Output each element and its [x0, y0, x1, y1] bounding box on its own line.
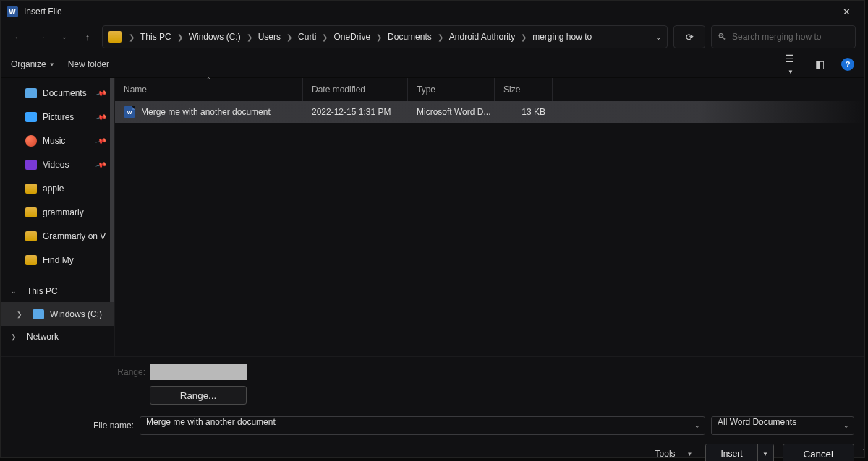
- forward-button[interactable]: →: [33, 32, 50, 43]
- filetype-value: All Word Documents: [718, 417, 796, 427]
- dialog-body: Documents 📌 Pictures 📌 Music 📌 Videos 📌: [1, 77, 864, 356]
- help-button[interactable]: ?: [841, 58, 854, 71]
- column-headers: ⌃ Name Date modified Type Size: [115, 78, 864, 101]
- refresh-icon: ⟳: [686, 32, 694, 43]
- insert-split-button[interactable]: Insert ▼: [705, 444, 773, 461]
- sidebar-item-label: Music: [43, 136, 65, 146]
- cancel-label: Cancel: [804, 449, 834, 460]
- chevron-down-icon: ⌄: [11, 288, 18, 295]
- breadcrumb-item[interactable]: Curti: [297, 32, 318, 42]
- filename-value: Merge me with another document: [146, 417, 276, 427]
- sidebar-item-videos[interactable]: Videos 📌: [1, 152, 114, 176]
- resize-grip[interactable]: ⋰: [858, 449, 863, 456]
- new-folder-button[interactable]: New folder: [68, 59, 109, 69]
- range-label: Range:: [109, 367, 145, 377]
- sidebar-item-label: Find My: [43, 255, 74, 265]
- tools-menu[interactable]: Tools: [655, 449, 676, 459]
- sidebar-item-label: Documents: [43, 88, 87, 98]
- column-header-size[interactable]: Size: [495, 78, 553, 101]
- breadcrumb-item[interactable]: Users: [257, 32, 282, 42]
- chevron-right-icon: ❯: [375, 33, 383, 41]
- column-header-name[interactable]: ⌃ Name: [115, 78, 303, 101]
- sidebar-group-network[interactable]: ❯ Network: [1, 326, 114, 348]
- sidebar-group-label: Network: [27, 332, 59, 342]
- file-name: Merge me with another document: [141, 107, 271, 117]
- search-placeholder: Search merging how to: [732, 32, 821, 42]
- column-header-type[interactable]: Type: [408, 78, 495, 101]
- sidebar-item-music[interactable]: Music 📌: [1, 129, 114, 152]
- sidebar-group-label: This PC: [27, 286, 58, 296]
- folder-icon: [25, 231, 37, 241]
- pin-icon: 📌: [95, 87, 107, 99]
- breadcrumb-item[interactable]: This PC: [139, 32, 173, 42]
- chevron-right-icon: ❯: [17, 311, 22, 318]
- nav-row: ← → ⌄ ↑ ❯ This PC ❯ Windows (C:) ❯ Users…: [1, 22, 864, 51]
- up-button[interactable]: ↑: [79, 32, 96, 43]
- chevron-right-icon: ❯: [11, 333, 18, 340]
- chevron-right-icon: ❯: [245, 33, 254, 41]
- dropdown-icon[interactable]: ⌄: [843, 422, 849, 429]
- chevron-right-icon: ❯: [127, 33, 136, 41]
- sidebar-item-label: Videos: [43, 160, 69, 170]
- breadcrumb-item[interactable]: OneDrive: [332, 32, 372, 42]
- folder-icon: [25, 255, 37, 265]
- file-row[interactable]: W Merge me with another document 2022-12…: [115, 101, 864, 123]
- breadcrumb-item[interactable]: Documents: [386, 32, 433, 42]
- column-label: Name: [124, 85, 147, 95]
- breadcrumb-item[interactable]: merging how to: [531, 32, 593, 42]
- sidebar-group-this-pc[interactable]: ⌄ This PC: [1, 280, 114, 302]
- filename-input[interactable]: Merge me with another document ⌄: [140, 416, 705, 435]
- refresh-button[interactable]: ⟳: [673, 25, 705, 48]
- breadcrumb-item[interactable]: Windows (C:): [187, 32, 242, 42]
- search-icon: 🔍︎: [718, 32, 726, 42]
- address-dropdown[interactable]: ⌄: [655, 33, 661, 41]
- dialog-footer: Range: Range... File name: Merge me with…: [1, 356, 864, 457]
- sidebar-item-folder[interactable]: grammarly: [1, 200, 114, 224]
- range-input[interactable]: [150, 364, 247, 380]
- pin-icon: 📌: [95, 159, 107, 171]
- pin-icon: 📌: [95, 135, 107, 147]
- sidebar-item-folder[interactable]: apple: [1, 176, 114, 200]
- organize-label: Organize: [11, 59, 46, 69]
- organize-menu[interactable]: Organize ▼: [11, 59, 55, 69]
- sidebar-item-documents[interactable]: Documents 📌: [1, 81, 114, 105]
- insert-dropdown[interactable]: ▼: [757, 444, 773, 461]
- list-view-icon: ☰: [785, 53, 794, 64]
- preview-pane-button[interactable]: ◧: [811, 59, 828, 70]
- word-app-icon: W: [7, 6, 18, 17]
- view-options-button[interactable]: ☰ ▼: [780, 53, 798, 76]
- window-title: Insert File: [24, 7, 834, 17]
- address-bar[interactable]: ❯ This PC ❯ Windows (C:) ❯ Users ❯ Curti…: [102, 25, 668, 48]
- back-button[interactable]: ←: [9, 32, 27, 43]
- filetype-select[interactable]: All Word Documents ⌄: [711, 416, 854, 435]
- chevron-right-icon: ❯: [519, 33, 528, 41]
- insert-file-dialog: W Insert File ✕ ← → ⌄ ↑ ❯ This PC ❯ Wind…: [0, 0, 865, 458]
- range-button[interactable]: Range...: [150, 386, 247, 405]
- sidebar-item-folder[interactable]: Find My: [1, 248, 114, 272]
- dropdown-icon[interactable]: ⌄: [694, 422, 700, 429]
- search-box[interactable]: 🔍︎ Search merging how to: [711, 25, 856, 48]
- caret-down-icon: ▼: [687, 451, 693, 457]
- preview-pane-icon: ◧: [815, 59, 825, 70]
- sidebar-item-label: Grammarly on V: [43, 231, 106, 241]
- range-button-label: Range...: [180, 390, 216, 401]
- breadcrumb-item[interactable]: Android Authority: [448, 32, 516, 42]
- disk-icon: [33, 309, 44, 319]
- sidebar-item-drive[interactable]: ❯ Windows (C:): [1, 302, 114, 326]
- sidebar-item-pictures[interactable]: Pictures 📌: [1, 105, 114, 129]
- toolbar: Organize ▼ New folder ☰ ▼ ◧ ?: [1, 51, 864, 77]
- column-header-date[interactable]: Date modified: [303, 78, 408, 101]
- sidebar-item-folder[interactable]: Grammarly on V: [1, 224, 114, 248]
- insert-button[interactable]: Insert: [706, 444, 757, 461]
- cancel-button[interactable]: Cancel: [783, 444, 855, 461]
- new-folder-label: New folder: [68, 59, 109, 69]
- close-button[interactable]: ✕: [834, 7, 859, 17]
- folder-icon: [25, 207, 37, 217]
- sidebar: Documents 📌 Pictures 📌 Music 📌 Videos 📌: [1, 78, 115, 356]
- file-size: 13 KB: [495, 107, 553, 117]
- sidebar-item-label: grammarly: [43, 207, 84, 217]
- file-type: Microsoft Word D...: [408, 107, 495, 117]
- recent-dropdown[interactable]: ⌄: [56, 33, 73, 40]
- sort-ascending-icon: ⌃: [206, 77, 211, 83]
- column-label: Type: [417, 85, 435, 95]
